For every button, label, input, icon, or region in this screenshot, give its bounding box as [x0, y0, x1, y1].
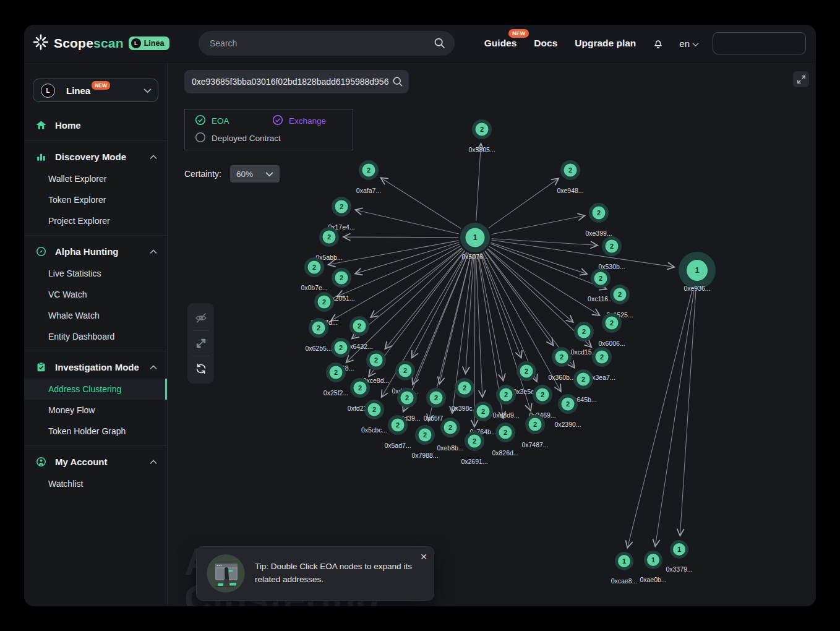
certainty-select[interactable]: 60% [230, 165, 280, 182]
check-circle-icon [195, 114, 206, 127]
graph-canvas[interactable]: Address Clustering 10x5076...10xe936...2… [167, 62, 816, 606]
sidebar-item-label: Token Explorer [48, 195, 106, 205]
node-value: 2 [504, 429, 507, 436]
nav-docs[interactable]: Docs [534, 38, 557, 49]
node-address-label: 0xcae8... [611, 577, 638, 585]
address-input[interactable] [184, 70, 409, 93]
graph-node-0x3379[interactable]: 10x3379... [666, 540, 692, 573]
graph-node-0xe936[interactable]: 10xe936... [679, 252, 716, 292]
fit-view-button[interactable] [187, 331, 214, 356]
graph-node-0x17e4[interactable]: 20x17e4... [328, 197, 354, 231]
sidebar-item-entity-dashboard[interactable]: Entity Dashboard [24, 326, 167, 347]
sidebar-item-discovery-mode[interactable]: Discovery Mode [24, 145, 167, 168]
graph-node-0xae0b[interactable]: 10xae0b... [640, 551, 666, 583]
graph-edge [492, 240, 675, 267]
sidebar-item-home[interactable]: Home [24, 113, 167, 137]
graph-node-0x5abb[interactable]: 20x5abb... [315, 227, 342, 261]
node-value: 2 [473, 437, 476, 445]
nav-label: Upgrade plan [575, 38, 636, 48]
graph-node-0x2691[interactable]: 20x2691... [461, 431, 487, 465]
node-address-label: 0x6006... [598, 340, 625, 347]
graph-edge [489, 246, 600, 316]
sidebar-item-label: VC Watch [48, 290, 87, 299]
graph-edge [492, 239, 598, 246]
sidebar-item-label: Home [55, 120, 81, 131]
graph-node-0x0b7e[interactable]: 20x0b7e... [301, 257, 327, 291]
nav-upgrade-plan[interactable]: Upgrade plan [575, 38, 636, 49]
new-badge: NEW [508, 29, 529, 38]
node-value: 2 [581, 376, 585, 383]
graph-edge [380, 178, 461, 228]
node-address-label: 0x7988... [411, 452, 438, 459]
close-icon[interactable]: ✕ [420, 552, 427, 562]
node-value: 2 [533, 421, 537, 428]
graph-node-0xcd15[interactable]: 20xcd15... [571, 322, 598, 356]
sidebar-item-address-clustering[interactable]: Address Clustering [24, 379, 167, 400]
legend-item-eoa[interactable]: EOA [195, 114, 272, 127]
nav-guides[interactable]: GuidesNEW [484, 38, 517, 49]
legend-item-deployed-contract[interactable]: Deployed Contract [195, 132, 353, 145]
graph-node-0x530b[interactable]: 20x530b... [598, 236, 625, 270]
refresh-button[interactable] [187, 356, 214, 381]
graph-node-0xafa7[interactable]: 20xafa7... [356, 160, 381, 194]
sidebar-item-label: Live Statistics [48, 268, 101, 278]
global-search-input[interactable] [199, 31, 455, 56]
sidebar-item-label: Alpha Hunting [55, 246, 118, 257]
sidebar-item-watchlist[interactable]: Watchlist [24, 473, 167, 494]
hide-labels-button[interactable] [187, 306, 214, 330]
node-value: 2 [423, 431, 427, 439]
sidebar-item-my-account[interactable]: My Account [24, 450, 167, 473]
graph-node-0x7988[interactable]: 20x7988... [411, 425, 438, 459]
sidebar-item-label: Wallet Explorer [48, 174, 106, 184]
sidebar-item-token-holder-graph[interactable]: Token Holder Graph [24, 421, 167, 442]
notifications-bell-icon[interactable] [652, 37, 664, 50]
node-value: 2 [568, 166, 572, 174]
search-icon [392, 75, 404, 90]
graph-node-0xb5f7[interactable]: 20xb5f7... [424, 388, 448, 422]
sidebar-item-alpha-hunting[interactable]: Alpha Hunting [24, 239, 167, 263]
sidebar-item-label: Investigation Mode [55, 362, 139, 372]
graph-node-0x5805[interactable]: 20x5805... [468, 119, 495, 153]
sidebar-item-token-explorer[interactable]: Token Explorer [24, 189, 167, 210]
sidebar-item-label: Discovery Mode [55, 152, 126, 162]
sidebar-item-label: Address Clustering [48, 384, 121, 394]
language-selector[interactable]: en [679, 38, 699, 49]
sidebar: L Linea NEW HomeDiscovery ModeWallet Exp… [24, 62, 168, 606]
node-value: 2 [582, 328, 586, 335]
wallet-button[interactable] [713, 32, 806, 54]
sidebar-item-project-explorer[interactable]: Project Explorer [24, 210, 167, 231]
sidebar-item-label: My Account [55, 457, 107, 467]
sidebar-item-live-statistics[interactable]: Live Statistics [24, 263, 167, 284]
node-value: 2 [405, 394, 409, 401]
node-value: 2 [560, 353, 564, 361]
legend: EOAExchangeDeployed Contract [184, 109, 353, 150]
node-address-label: 0x826d... [492, 449, 518, 457]
header-nav: GuidesNEWDocsUpgrade plan [484, 38, 636, 49]
graph-node-0x398c[interactable]: 20x398c... [452, 378, 478, 412]
graph-node-0xe399[interactable]: 20xe399... [585, 203, 612, 237]
sidebar-item-money-flow[interactable]: Money Flow [24, 400, 167, 421]
fullscreen-button[interactable] [793, 71, 809, 87]
sidebar-item-vc-watch[interactable]: VC Watch [24, 284, 167, 305]
chevron-down-icon [692, 38, 699, 49]
sidebar-item-wallet-explorer[interactable]: Wallet Explorer [24, 168, 167, 189]
global-search[interactable] [199, 31, 455, 56]
clipboard-icon [35, 361, 48, 373]
new-badge: NEW [92, 81, 110, 90]
graph-node-0xeb8b[interactable]: 20xeb8b... [437, 418, 463, 452]
network-selector[interactable]: L Linea NEW [33, 79, 158, 102]
node-value: 2 [610, 243, 614, 250]
chevron-up-icon [150, 456, 157, 467]
sidebar-item-whale-watch[interactable]: Whale Watch [24, 305, 167, 326]
sidebar-item-investigation-mode[interactable]: Investigation Mode [24, 355, 167, 379]
graph-node-0x5076[interactable]: 10x5076... [460, 223, 490, 260]
graph-node-0xc116[interactable]: 20xc116... [588, 268, 614, 303]
legend-item-exchange[interactable]: Exchange [272, 114, 353, 127]
graph-edge [476, 144, 481, 221]
address-search[interactable] [184, 70, 409, 93]
graph-node-0xcae8[interactable]: 10xcae8... [611, 552, 638, 585]
chart-icon [35, 151, 48, 163]
certainty-control: Certainty: 60% [184, 165, 280, 182]
graph-node-0x7487[interactable]: 20x7487... [521, 414, 548, 449]
graph-node-0xe948[interactable]: 20xe948... [557, 160, 583, 194]
